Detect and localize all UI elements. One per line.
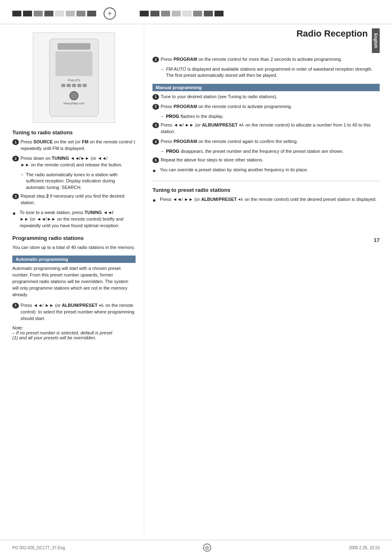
- manual-step-2-note-text: PROG flashes in the display.: [166, 113, 224, 120]
- manual-bullet-1: ● You can override a preset station by s…: [152, 167, 380, 175]
- tuning-step-1-text: Press SOURCE on the set (or FM on the re…: [21, 139, 136, 152]
- device-btn: [67, 84, 71, 87]
- bar-block: [150, 11, 159, 16]
- manual-step-3-text: Press ◄◄/ ►► (or ALBUM/PRESET +/- on the…: [161, 122, 380, 135]
- auto-step-1: 1 Press ◄◄/ ►► (or ALBUM/PRESET +/- on t…: [12, 302, 136, 322]
- note-line2: (1) and all your presets will be overrid…: [12, 335, 96, 340]
- bar-block: [76, 11, 85, 16]
- device-buttons-row: [61, 84, 87, 87]
- bar-block: [140, 11, 149, 16]
- manual-step-4-text: Press PROGRAM on the remote control agai…: [161, 138, 380, 145]
- bullet-marker: ●: [152, 167, 158, 175]
- note-label: Note:: [12, 325, 23, 330]
- manual-step-2-text: Press PROGRAM on the remote control to a…: [161, 104, 380, 110]
- auto-step-marker-1: 1: [12, 303, 19, 309]
- manual-step-marker-4: 4: [152, 139, 159, 145]
- bar-block: [23, 11, 32, 16]
- device-btn: [77, 84, 81, 87]
- tuning-step-1: 1 Press SOURCE on the set (or FM on the …: [12, 139, 136, 152]
- tuning-step-3: 3 Repeat step 2 if necessary until you f…: [12, 193, 136, 206]
- manual-bullet-1-text: You can override a preset station by sto…: [160, 167, 380, 173]
- bar-block: [87, 11, 96, 16]
- manual-step-marker-3: 3: [152, 122, 159, 128]
- right-column: Radio Reception English 2 Press PROGRAM …: [144, 28, 380, 534]
- tuning-step-3-text: Repeat step 2 if necessary until you fin…: [21, 193, 136, 206]
- crosshair-icon: [104, 7, 116, 20]
- bar-block: [214, 11, 224, 16]
- tuning-step-2: 2 Press down on TUNING ◄◄/►► (or ◄◄/►► o…: [12, 155, 136, 168]
- device-btn: [61, 84, 65, 87]
- bar-block: [193, 11, 202, 16]
- arrow-symbol: →: [160, 148, 164, 154]
- step-marker-1: 1: [12, 139, 19, 145]
- device-logo: PHILIPS: [68, 78, 81, 82]
- auto-step-marker-2: 2: [152, 57, 159, 62]
- footer-left: PG 001-026_DC177_37-Eng: [12, 546, 65, 550]
- preset-bullet-1: ● Press ◄◄/ ►► (or ALBUM/PRESET +/- on t…: [152, 196, 380, 205]
- manual-step-1-text: Tune to your desired station (see Tuning…: [161, 94, 380, 100]
- bar-block: [34, 11, 43, 16]
- top-decorative-bar: [0, 0, 392, 24]
- step-marker-2: 2: [12, 156, 19, 161]
- bar-block: [204, 11, 213, 16]
- bar-block: [182, 11, 191, 16]
- device-knob: [69, 91, 78, 100]
- tuning-step-2-note: → The radio automatically tunes to a sta…: [20, 172, 136, 191]
- manual-step-4: 4 Press PROGRAM on the remote control ag…: [152, 138, 380, 145]
- manual-step-4-note-text: PROG disappears, the preset number and t…: [166, 148, 344, 154]
- device-top-speaker: [58, 43, 90, 50]
- tuning-section-title: Tuning to radio stations: [12, 129, 136, 136]
- arrow-symbol: →: [160, 113, 164, 120]
- bar-block: [12, 11, 21, 16]
- auto-step-1-text: Press ◄◄/ ►► (or ALBUM/PRESET +/- on the…: [21, 302, 136, 322]
- left-column: PHILIPS www.philips.com Tuning to radio …: [12, 28, 144, 534]
- device-body: PHILIPS www.philips.com: [49, 39, 99, 117]
- step-marker-3: 3: [12, 193, 19, 199]
- auto-step-2: 2 Press PROGRAM on the remote control fo…: [152, 56, 380, 63]
- footer-right: 2008.2.28, 10:10: [349, 546, 380, 550]
- device-screen: [55, 51, 92, 76]
- top-bar-right-pattern: [140, 11, 224, 16]
- device-btn: [83, 84, 87, 87]
- device-bottom-text: www.philips.com: [63, 102, 85, 105]
- preset-bullet-1-text: Press ◄◄/ ►► (or ALBUM/PRESET +/- on the…: [160, 196, 380, 203]
- preset-bullet-marker: ●: [152, 196, 158, 205]
- auto-step-2-note-text: FM AUTO is displayed and available stati…: [166, 66, 380, 79]
- manual-step-5-text: Repeat the above four steps to store oth…: [161, 157, 380, 164]
- bullet-marker: ●: [12, 210, 18, 218]
- header-row: Radio Reception English: [152, 28, 380, 53]
- auto-programming-intro: Automatic programming will start with a …: [12, 265, 136, 298]
- manual-step-marker-1: 1: [152, 94, 159, 100]
- device-image: PHILIPS www.philips.com: [33, 32, 115, 123]
- page-title: Radio Reception: [296, 28, 368, 39]
- page-content: PHILIPS www.philips.com Tuning to radio …: [0, 24, 392, 542]
- top-bar-left-pattern: [12, 11, 96, 16]
- manual-step-2: 2 Press PROGRAM on the remote control to…: [152, 104, 380, 110]
- manual-step-4-note: → PROG disappears, the preset number and…: [160, 148, 380, 154]
- page-number: 17: [152, 237, 380, 243]
- manual-step-3: 3 Press ◄◄/ ►► (or ALBUM/PRESET +/- on t…: [152, 122, 380, 135]
- tuning-step-2-text: Press down on TUNING ◄◄/►► (or ◄◄/►► on …: [21, 155, 136, 168]
- note-block: Note: – If no preset number is selected,…: [12, 325, 136, 340]
- manual-step-5: 5 Repeat the above four steps to store o…: [152, 157, 380, 164]
- language-badge: English: [372, 28, 380, 53]
- tuning-step-2-note-text: The radio automatically tunes to a stati…: [26, 172, 136, 191]
- preset-section-title: Tuning to preset radio stations: [152, 187, 380, 193]
- auto-step-2-text: Press PROGRAM on the remote control for …: [161, 56, 380, 63]
- bar-block: [172, 11, 181, 16]
- programming-section-title: Programming radio stations: [12, 235, 136, 241]
- auto-step-2-note: → FM AUTO is displayed and available sta…: [160, 66, 380, 79]
- manual-step-marker-2: 2: [152, 104, 159, 110]
- auto-programming-header: Automatic programming: [12, 256, 136, 263]
- manual-step-marker-5: 5: [152, 157, 159, 163]
- arrow-symbol: →: [20, 172, 24, 178]
- manual-programming-header: Manual programming: [152, 84, 380, 91]
- bar-block: [55, 11, 64, 16]
- programming-intro: You can store up to a total of 40 radio …: [12, 244, 136, 251]
- bar-block: [66, 11, 75, 16]
- device-btn: [72, 84, 76, 87]
- manual-step-1: 1 Tune to your desired station (see Tuni…: [152, 94, 380, 100]
- bottom-bar: PG 001-026_DC177_37-Eng ⊕ 2008.2.28, 10:…: [0, 540, 392, 555]
- divider: [152, 181, 380, 181]
- bar-block: [44, 11, 53, 16]
